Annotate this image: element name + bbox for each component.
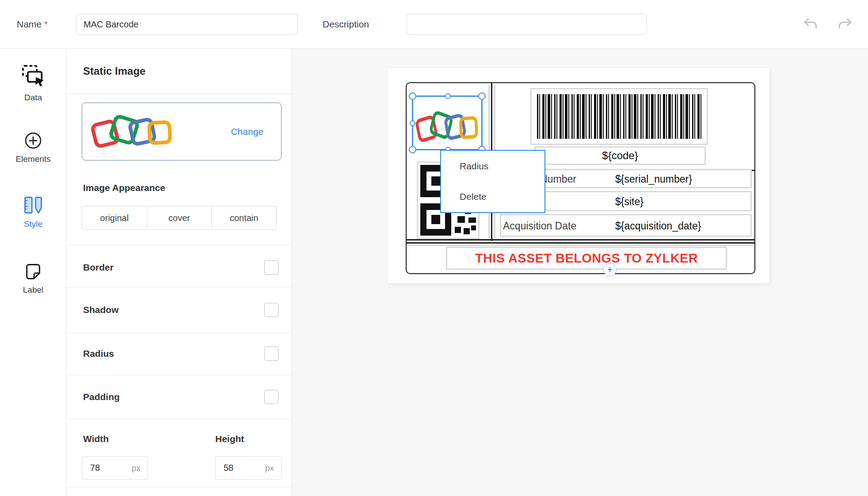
width-value: 78: [90, 463, 100, 473]
divider: [66, 287, 292, 288]
sidebar-item-data[interactable]: Data: [0, 63, 66, 103]
name-input[interactable]: [76, 14, 298, 35]
resize-handle-top-right[interactable]: [478, 92, 486, 100]
design-canvas[interactable]: ${code} Serial Number ${serial_number} $…: [292, 49, 868, 496]
serial-number-value: ${serial_number}: [615, 173, 692, 185]
barcode-stripes: [537, 94, 701, 139]
width-unit: px: [132, 463, 141, 473]
radius-checkbox[interactable]: [264, 347, 278, 361]
description-input[interactable]: [407, 14, 647, 35]
height-input[interactable]: 58 px: [215, 456, 282, 480]
appearance-option-cover[interactable]: cover: [147, 206, 212, 229]
context-menu: Radius Delete: [440, 150, 545, 213]
image-appearance-title: Image Appearance: [83, 183, 165, 193]
add-elements-icon: [23, 131, 43, 150]
resize-handle-top-left[interactable]: [409, 92, 416, 100]
context-menu-item-radius[interactable]: Radius: [441, 151, 544, 182]
shadow-checkbox[interactable]: [264, 303, 278, 317]
required-asterisk: *: [44, 19, 48, 30]
selection-bounding-box[interactable]: [412, 95, 483, 150]
panel-header: Static Image: [66, 49, 291, 94]
footer-text-element[interactable]: THIS ASSET BELONGS TO ZYLKER: [446, 247, 727, 270]
style-panel: Static Image Change Image Appearance ori…: [66, 49, 292, 496]
height-value: 58: [224, 463, 233, 473]
resize-handle-middle-left[interactable]: [410, 120, 415, 126]
height-label: Height: [215, 434, 244, 444]
resize-handle-top-center[interactable]: [445, 93, 451, 99]
divider: [66, 375, 292, 375]
height-unit: px: [265, 463, 274, 473]
footer-divider-line: [406, 242, 755, 244]
add-section-button[interactable]: +: [603, 263, 617, 276]
label-designer-app: Name * Description Data: [0, 0, 868, 496]
barcode-element[interactable]: [530, 88, 708, 145]
left-sidebar: Data Elements Style Label: [0, 49, 66, 496]
padding-toggle-label: Padding: [83, 392, 120, 402]
barcode-code-field[interactable]: ${code}: [534, 146, 706, 165]
panel-title: Static Image: [83, 65, 145, 77]
radius-toggle-label: Radius: [83, 348, 114, 359]
context-menu-item-delete[interactable]: Delete: [441, 182, 544, 213]
redo-button[interactable]: [835, 15, 855, 34]
top-bar: Name * Description: [0, 0, 868, 49]
width-input[interactable]: 78 px: [82, 456, 148, 480]
divider: [66, 244, 292, 245]
acquisition-date-label: Acquisition Date: [503, 220, 576, 232]
plus-icon: +: [607, 265, 612, 275]
resize-handle-bottom-left[interactable]: [409, 146, 416, 153]
barcode-code-text: ${code}: [602, 149, 638, 162]
sidebar-item-style[interactable]: Style: [0, 195, 66, 229]
image-appearance-segmented-control: original cover contain: [82, 206, 277, 230]
redo-icon: [837, 16, 853, 33]
static-image-preview: Change: [82, 103, 282, 160]
sidebar-label-label: Label: [23, 285, 44, 295]
name-label: Name *: [17, 0, 48, 49]
footer-divider-line: [406, 239, 755, 240]
label-canvas-card[interactable]: ${code} Serial Number ${serial_number} $…: [388, 68, 769, 283]
footer-text: THIS ASSET BELONGS TO ZYLKER: [475, 251, 698, 266]
appearance-option-original[interactable]: original: [82, 206, 147, 229]
padding-checkbox[interactable]: [264, 390, 278, 404]
appearance-option-contain[interactable]: contain: [212, 206, 276, 229]
change-image-link[interactable]: Change: [231, 126, 263, 137]
site-value: ${site}: [615, 196, 643, 208]
shadow-toggle-label: Shadow: [83, 305, 119, 315]
border-checkbox[interactable]: [264, 260, 278, 275]
acquisition-date-value: ${acquisition_date}: [615, 220, 701, 232]
divider: [66, 332, 292, 333]
sticky-label-icon: [23, 261, 43, 281]
undo-button[interactable]: [801, 15, 820, 34]
sidebar-item-elements[interactable]: Elements: [0, 131, 66, 164]
sidebar-label-data: Data: [24, 93, 42, 103]
divider: [66, 419, 292, 420]
style-ruler-pencil-icon: [23, 195, 44, 215]
sidebar-label-elements: Elements: [15, 154, 50, 164]
divider: [66, 487, 292, 488]
data-icon: [20, 63, 46, 89]
width-label: Width: [83, 434, 109, 444]
sidebar-label-style: Style: [24, 219, 42, 229]
undo-icon: [802, 16, 819, 33]
static-image-thumbnail: [90, 112, 175, 151]
border-toggle-label: Border: [83, 262, 114, 273]
sidebar-item-label[interactable]: Label: [0, 261, 66, 295]
description-label: Description: [323, 0, 369, 49]
footer-gray-band: [408, 244, 753, 246]
